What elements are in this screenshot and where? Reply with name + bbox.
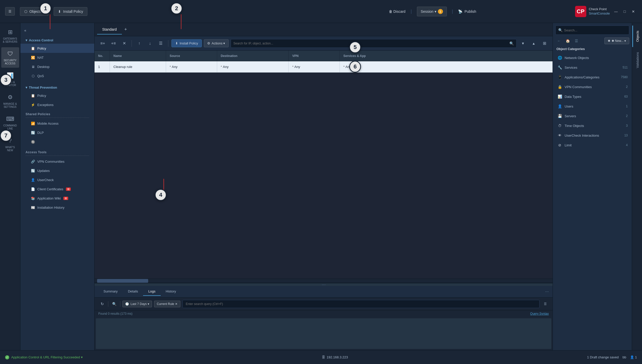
nav-item-exceptions[interactable]: ⚡ Exceptions: [20, 100, 94, 109]
annotation-4: 4: [155, 189, 167, 201]
logs-search-input[interactable]: [186, 302, 536, 306]
tab-summary[interactable]: Summary: [98, 287, 123, 296]
nav-item-desktop[interactable]: 🖥 Desktop: [20, 62, 94, 71]
collapse-button[interactable]: «: [23, 27, 28, 34]
nav-item-policy-tp[interactable]: 📋 Policy: [20, 91, 94, 100]
category-data-types[interactable]: 📊 Data Types 63: [555, 92, 629, 101]
add-rule-below-button[interactable]: +≡: [109, 39, 118, 48]
sidebar-item-gateways[interactable]: ⊞ GATEWAYS& SERVERS: [1, 26, 19, 46]
nav-item-install-history[interactable]: 📰 Installation History: [20, 203, 94, 212]
view-options-button[interactable]: ⊞: [540, 39, 549, 48]
threat-prevention-header[interactable]: ▾ Threat Prevention: [20, 83, 94, 91]
resize-handle[interactable]: [95, 283, 553, 286]
servers-icon: 💾: [557, 113, 563, 119]
tab-add-button[interactable]: +: [122, 26, 130, 33]
minimize-button[interactable]: —: [612, 8, 620, 15]
access-control-header[interactable]: ▾ Access Control: [20, 35, 94, 44]
category-services[interactable]: 🔧 Services 511: [555, 63, 629, 72]
objects-search-box[interactable]: 🔍: [555, 26, 629, 35]
menu-button[interactable]: ☰: [5, 7, 15, 16]
expand-bottom-panel-button[interactable]: ⋯: [545, 290, 549, 294]
logs-result-count: Found 0 results (173 ms): [98, 312, 132, 315]
status-success[interactable]: ✓ Application Control & URL Filtering Su…: [5, 355, 83, 359]
session-button[interactable]: Session ▾ 1: [417, 7, 447, 16]
nav-item-mobile[interactable]: 📶 Mobile Access: [20, 119, 94, 128]
section-options-button[interactable]: ☰: [156, 39, 165, 48]
category-servers[interactable]: 💾 Servers 2: [555, 111, 629, 121]
install-policy-toolbar-button[interactable]: ⬇ Install Policy: [171, 39, 202, 47]
users-count: 👤 1: [630, 355, 637, 359]
th-vpn: VPN: [289, 51, 340, 61]
right-tab-objects[interactable]: Objects: [632, 26, 642, 47]
logs-search-button[interactable]: 🔍: [110, 300, 118, 308]
sidebar-item-security[interactable]: 🛡 SECURITYACCESS: [1, 47, 19, 68]
tab-bar: Standard +: [95, 23, 553, 36]
tab-history[interactable]: History: [161, 287, 181, 296]
category-users[interactable]: 👤 Users 1: [555, 101, 629, 111]
obj-list-button[interactable]: ☰: [573, 37, 580, 44]
query-syntax-link[interactable]: Query Syntax: [530, 312, 549, 315]
publish-icon: 📡: [458, 9, 462, 14]
obj-home-button[interactable]: 🏠: [564, 37, 571, 44]
publish-button[interactable]: 📡 Publish: [458, 9, 476, 14]
shared-policies-label: Shared Policies: [26, 112, 89, 116]
th-services: Services & App: [340, 51, 553, 61]
tab-standard[interactable]: Standard: [97, 25, 122, 34]
objects-search-input[interactable]: [564, 28, 626, 32]
th-destination: Destination: [217, 51, 289, 61]
icon-sidebar: ⊞ GATEWAYS& SERVERS 🛡 SECURITYACCESS 📊 L…: [0, 23, 20, 350]
search-input[interactable]: [234, 42, 510, 45]
usercheck-icon: 👤: [31, 178, 35, 182]
nav-item-updates[interactable]: 🔄 Updates: [20, 166, 94, 175]
logs-search-query-box[interactable]: [182, 300, 540, 308]
add-rule-above-button[interactable]: ≡+: [98, 39, 107, 48]
category-time-objects[interactable]: ⏱ Time Objects 3: [555, 121, 629, 131]
draft-status: 1 Draft change saved: [587, 355, 619, 359]
discard-button[interactable]: 🗑 Discard: [389, 9, 405, 14]
actions-button[interactable]: ⚙ Actions ▾: [204, 39, 228, 47]
category-limit[interactable]: ⊘ Limit 4: [555, 140, 629, 150]
move-up-button[interactable]: ↑: [135, 39, 144, 48]
delete-rule-button[interactable]: ✕: [120, 39, 129, 48]
maximize-button[interactable]: □: [621, 8, 628, 15]
obj-back-button[interactable]: ←: [555, 37, 563, 44]
scroll-down-button[interactable]: ▾: [519, 39, 527, 48]
nav-item-app-wiki[interactable]: 📚 Application Wiki ⊞: [20, 194, 94, 203]
sidebar-item-manage[interactable]: ⚙ MANAGE &SETTINGS: [1, 91, 19, 111]
nav-item-policy-ac[interactable]: 📋 Policy: [20, 44, 94, 53]
category-vpn[interactable]: 🔒 VPN Communities 2: [555, 82, 629, 92]
title-bar: ☰ ⬡ Objects ▾ ⬇ Install Policy 🗑 Discard…: [0, 0, 642, 23]
nav-item-qos[interactable]: ⬡ QoS: [20, 71, 94, 80]
dlp-icon: 🔄: [31, 130, 35, 135]
logs-menu-button[interactable]: ☰: [542, 300, 549, 308]
nav-item-nat[interactable]: 🔀 NAT: [20, 53, 94, 62]
new-object-button[interactable]: ✱ ✱ New... ▾: [604, 38, 629, 44]
category-network-objects[interactable]: 🌐 Network Objects: [555, 53, 629, 63]
nav-item-compliance[interactable]: 🔘: [20, 137, 94, 146]
annotation-5: 5: [349, 41, 361, 53]
search-box[interactable]: 🔍: [231, 39, 517, 48]
right-tab-validations[interactable]: Validations: [632, 47, 642, 73]
current-rule-tag[interactable]: Current Rule ✕: [154, 301, 180, 307]
policy-tp-icon: 📋: [31, 93, 35, 98]
logs-refresh-button[interactable]: ↻: [98, 300, 106, 308]
scrollbar-thumb[interactable]: [97, 279, 148, 283]
category-applications[interactable]: 📱 Applications/Categories 7580: [555, 72, 629, 82]
annotation-6: 6: [349, 61, 361, 73]
nav-item-vpn-communities[interactable]: 🔗 VPN Communities: [20, 157, 94, 166]
nav-item-usercheck[interactable]: 👤 UserCheck: [20, 175, 94, 184]
annotation-1: 1: [40, 3, 51, 14]
scroll-up-button[interactable]: ▴: [529, 39, 538, 48]
move-down-button[interactable]: ↓: [146, 39, 154, 48]
tab-details[interactable]: Details: [123, 287, 143, 296]
close-button[interactable]: ✕: [630, 8, 637, 15]
install-policy-button[interactable]: ⬇ Install Policy: [54, 7, 87, 16]
tab-logs[interactable]: Logs: [143, 287, 160, 296]
nav-item-client-certs[interactable]: 📄 Client Certificates ⊞: [20, 184, 94, 194]
nav-item-dlp[interactable]: 🔄 DLP: [20, 128, 94, 137]
time-filter-dropdown[interactable]: 🕐 Last 7 Days ▾: [122, 301, 152, 307]
install-icon: ⬇: [58, 9, 61, 14]
clock-icon: 🕐: [125, 302, 129, 306]
table-row[interactable]: 1 Cleanup rule * Any * Any * Any: [95, 61, 553, 73]
category-usercheck[interactable]: 👁 UserCheck Interactions 13: [555, 131, 629, 140]
